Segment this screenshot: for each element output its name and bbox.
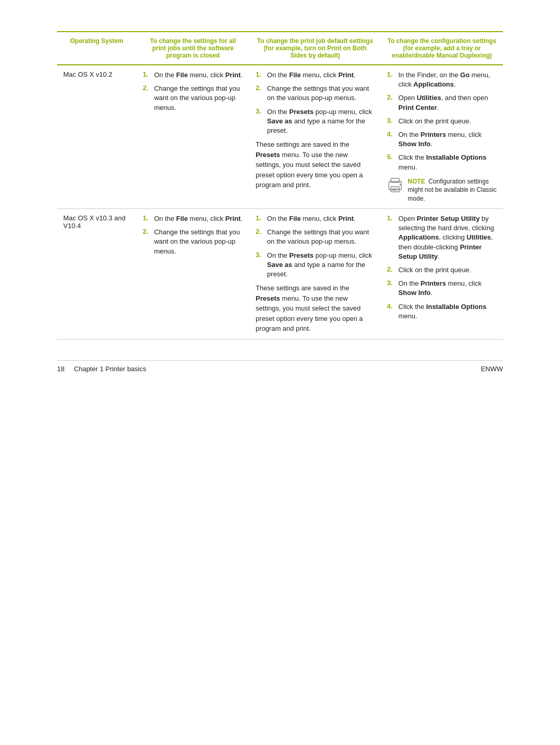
list-item: 2.Change the settings that you want on t… <box>143 228 243 256</box>
steps-list: 1.On the File menu, click Print.2.Change… <box>256 71 374 135</box>
step-num: 2. <box>256 84 264 103</box>
list-item: 1.On the File menu, click Print. <box>143 71 243 80</box>
list-item: 2.Click on the print queue. <box>387 265 497 275</box>
steps-list: 1.On the File menu, click Print.2.Change… <box>143 71 243 113</box>
step-text: Open Utilities, and then open Print Cent… <box>398 93 497 112</box>
step-text: Click the Installable Options menu. <box>398 153 497 172</box>
step-num: 3. <box>387 117 395 126</box>
page-number: 18 <box>57 365 64 373</box>
step-text: Click on the print queue. <box>398 265 471 275</box>
col-config-0: 1.In the Finder, on the Go menu, click A… <box>381 65 503 209</box>
step-num: 4. <box>387 302 395 321</box>
step-num: 5. <box>387 153 395 172</box>
footer: 18 Chapter 1 Printer basics ENWW <box>57 360 503 373</box>
svg-rect-1 <box>391 178 399 182</box>
col-all-1: 1.On the File menu, click Print.2.Change… <box>136 209 249 340</box>
step-text: Open Printer Setup Utility by selecting … <box>398 214 497 261</box>
footer-right: ENWW <box>481 365 503 373</box>
list-item: 1.On the File menu, click Print. <box>256 71 374 80</box>
step-num: 1. <box>143 71 151 80</box>
step-num: 2. <box>387 93 395 112</box>
list-item: 2.Change the settings that you want on t… <box>143 84 243 113</box>
os-label-0: Mac OS X v10.2 <box>57 65 136 209</box>
header-default: To change the print job default settings… <box>249 32 381 65</box>
list-item: 3.On the Presets pop-up menu, click Save… <box>256 107 374 136</box>
step-num: 3. <box>256 107 264 136</box>
step-num: 2. <box>256 228 264 246</box>
step-num: 1. <box>387 214 395 261</box>
col-all-0: 1.On the File menu, click Print.2.Change… <box>136 65 249 209</box>
steps-list: 1.Open Printer Setup Utility by selectin… <box>387 214 497 321</box>
list-item: 3.On the Printers menu, click Show Info. <box>387 279 497 298</box>
step-text: On the Printers menu, click Show Info. <box>398 279 497 298</box>
step-num: 1. <box>143 214 151 223</box>
list-item: 2.Open Utilities, and then open Print Ce… <box>387 93 497 112</box>
step-num: 3. <box>387 279 395 298</box>
step-num: 2. <box>143 84 151 113</box>
step-text: On the File menu, click Print. <box>267 71 356 80</box>
step-num: 3. <box>256 251 264 279</box>
list-item: 4.Click the Installable Options menu. <box>387 302 497 321</box>
header-os: Operating System <box>57 32 136 65</box>
step-text: On the Presets pop-up menu, click Save a… <box>267 107 374 136</box>
step-text: Change the settings that you want on the… <box>154 84 243 113</box>
step-text: Change the settings that you want on the… <box>154 228 243 256</box>
step-num: 1. <box>256 71 264 80</box>
list-item: 5.Click the Installable Options menu. <box>387 153 497 172</box>
steps-list: 1.In the Finder, on the Go menu, click A… <box>387 71 497 172</box>
svg-rect-2 <box>391 187 399 192</box>
step-text: On the Presets pop-up menu, click Save a… <box>267 251 374 279</box>
note-icon-0 <box>387 177 403 194</box>
step-text: Click the Installable Options menu. <box>398 302 497 321</box>
page-content: Operating System To change the settings … <box>57 0 503 393</box>
os-label-1: Mac OS X v10.3 and V10.4 <box>57 209 136 340</box>
list-item: 4.On the Printers menu, click Show Info. <box>387 130 497 149</box>
step-text: Click on the print queue. <box>398 117 471 126</box>
list-item: 2.Change the settings that you want on t… <box>256 84 374 103</box>
header-config: To change the configuration settings (fo… <box>381 32 503 65</box>
main-table: Operating System To change the settings … <box>57 31 503 340</box>
col-config-1: 1.Open Printer Setup Utility by selectin… <box>381 209 503 340</box>
step-num: 1. <box>256 214 264 223</box>
steps-list: 1.On the File menu, click Print.2.Change… <box>256 214 374 279</box>
steps-list: 1.On the File menu, click Print.2.Change… <box>143 214 243 256</box>
step-text: Change the settings that you want on the… <box>267 84 374 103</box>
step-text: Change the settings that you want on the… <box>267 228 374 246</box>
list-item: 3.Click on the print queue. <box>387 117 497 126</box>
col-default-0: 1.On the File menu, click Print.2.Change… <box>249 65 381 209</box>
step-text: On the File menu, click Print. <box>154 71 243 80</box>
step-num: 1. <box>387 71 395 89</box>
header-all: To change the settings for all print job… <box>136 32 249 65</box>
step-text: On the File menu, click Print. <box>154 214 243 223</box>
list-item: 2.Change the settings that you want on t… <box>256 228 374 246</box>
chapter-label: Chapter 1 Printer basics <box>74 365 146 373</box>
footer-left: 18 Chapter 1 Printer basics <box>57 365 146 373</box>
step-text: In the Finder, on the Go menu, click App… <box>398 71 497 89</box>
note-label-0: NOTE <box>408 178 425 185</box>
note-text-0: NOTE Configuration settings might not be… <box>408 177 497 203</box>
list-item: 1.Open Printer Setup Utility by selectin… <box>387 214 497 261</box>
list-item: 1.On the File menu, click Print. <box>256 214 374 223</box>
presets-text-1: These settings are saved in the Presets … <box>256 283 374 334</box>
presets-text-0: These settings are saved in the Presets … <box>256 139 374 190</box>
svg-point-3 <box>400 184 401 185</box>
step-num: 2. <box>387 265 395 275</box>
list-item: 1.On the File menu, click Print. <box>143 214 243 223</box>
step-text: On the File menu, click Print. <box>267 214 356 223</box>
note-box-0: NOTE Configuration settings might not be… <box>387 177 497 203</box>
step-num: 2. <box>143 228 151 256</box>
list-item: 3.On the Presets pop-up menu, click Save… <box>256 251 374 279</box>
step-num: 4. <box>387 130 395 149</box>
col-default-1: 1.On the File menu, click Print.2.Change… <box>249 209 381 340</box>
list-item: 1.In the Finder, on the Go menu, click A… <box>387 71 497 89</box>
step-text: On the Printers menu, click Show Info. <box>398 130 497 149</box>
